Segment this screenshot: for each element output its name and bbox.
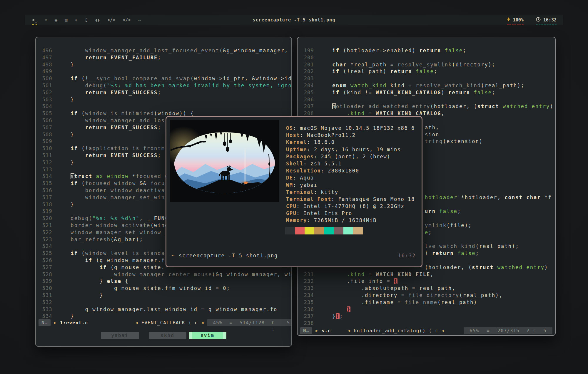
scroll-percent: 45%: [213, 319, 222, 326]
menu-bar: >_✉◉▤⇩♫◖◗</></>▭ screencapture -T 5 shot…: [25, 15, 563, 25]
mail-icon[interactable]: ✉: [45, 17, 47, 25]
code-line-500: 500if (!__sync_bool_compare_and_swap(win…: [36, 75, 291, 82]
tab-yabai[interactable]: yabai: [101, 332, 139, 339]
line-number: 515: [37, 180, 52, 187]
code-text: }: [56, 61, 74, 68]
line-number: 520: [37, 215, 52, 222]
code-text: window_manager_add_lost_focused_event(&g…: [56, 47, 288, 54]
code-text: g_window_manager.last_window_id = g_wind…: [56, 306, 277, 313]
info-label: Host: [286, 132, 300, 138]
info-value: : macOS Mojave 10.14.5 18F132 x86_6: [293, 125, 415, 131]
code-text: char *real_path = resolve_symlink(direct…: [318, 61, 495, 68]
buffer-name: <.c: [322, 328, 331, 333]
typed-command[interactable]: screencapture -T 5 shot1.png: [179, 253, 278, 259]
code-line-231: 231.kind = WATCH_KIND_FILE,: [298, 271, 555, 278]
tab-nvim[interactable]: nvim: [189, 332, 226, 339]
menu-bar-status: 100% 16:32: [507, 17, 557, 25]
info-line-cpu: CPU: Intel i7-4770HQ (8) @ 2.20GHz: [286, 203, 415, 210]
info-label: Shell: [286, 161, 303, 167]
info-value: : 2 days, 16 hours, 19 mins: [307, 147, 401, 152]
vim-mode-badge: N…: [39, 319, 51, 326]
cursor-position: 514/1128: [240, 319, 265, 326]
code-text: if (g_window_manager.f: [56, 257, 165, 264]
line-number: 507: [37, 124, 52, 131]
tab-skhd[interactable]: skhd: [149, 332, 186, 339]
line-number: 509: [37, 138, 52, 145]
code-text: }: [56, 159, 74, 166]
info-value: : Aqua: [293, 175, 314, 181]
code-text: window_manager_add_los: [56, 117, 165, 124]
line-number: 526: [37, 257, 52, 264]
line-number: 204: [299, 82, 314, 89]
code-icon[interactable]: </>: [107, 17, 115, 25]
terminal-icon[interactable]: >_: [32, 17, 37, 25]
code-text: g_mouse_state.ffm_window_id = 0;: [56, 285, 230, 292]
code-text: if (!real_path) return false;: [318, 68, 437, 75]
code-line-238: 238: [298, 320, 555, 327]
code-text: border_window_deactiva: [56, 187, 165, 194]
code-fragment-211: sion: [425, 131, 439, 138]
line-number: 532: [37, 299, 52, 306]
neofetch-popup-window[interactable]: OS: macOS Mojave 10.14.5 18F132 x86_6Hos…: [166, 116, 422, 267]
line-number: 206: [299, 96, 314, 103]
info-value: : Intel i7-4770HQ (8) @ 2.20GHz: [297, 203, 405, 209]
code-line-496: 496window_manager_add_lost_focused_event…: [36, 47, 291, 54]
line-number: 527: [37, 264, 52, 271]
code-text: if (hotloader->enabled) return false;: [318, 47, 467, 54]
line-number: 533: [37, 306, 52, 313]
info-line-packages: Packages: 245 (port), 2 (brew): [286, 153, 415, 160]
gamepad-icon[interactable]: ◖◗: [95, 17, 100, 25]
notes-icon[interactable]: ▤: [65, 17, 67, 25]
code-text: struct ax_window *focused_w: [56, 173, 168, 180]
column-number: 5: [543, 327, 547, 334]
code-line-531: 531}: [36, 292, 291, 299]
line-number: 530: [37, 285, 52, 292]
line-number: 200: [299, 54, 314, 61]
code-text: return EVENT_SUCCESS;: [56, 152, 161, 159]
line-label-icon: ℓ :: [272, 319, 280, 326]
code-text: debug("%s: %s %d\n", __FUNC: [56, 215, 168, 222]
laptop-icon[interactable]: ▭: [138, 17, 141, 25]
code-text: });: [318, 313, 343, 320]
battery-indicator[interactable]: 100%: [507, 17, 524, 25]
code-text: window_manager_set_window_: [56, 229, 165, 236]
code-line-237: 237});: [298, 313, 555, 320]
code-text: } else {: [56, 278, 129, 285]
line-number: 508: [37, 131, 52, 138]
context-function: hotloader_add_catalog(): [354, 328, 426, 333]
code-line-207: 207hotloader_add_watched_entry(hotloader…: [298, 103, 555, 110]
code-line-236: 236}: [298, 306, 555, 313]
code-icon-2[interactable]: </>: [123, 17, 131, 25]
code-fragment-220: hotloader *hotloader, const char *f: [425, 194, 552, 201]
music-icon[interactable]: ♫: [85, 17, 87, 25]
code-line-530: 530g_mouse_state.ffm_window_id = 0;: [36, 285, 291, 292]
code-text: return EVENT_FAILURE;: [56, 54, 161, 61]
code-line-201: 201char *real_path = resolve_symlink(dir…: [298, 61, 555, 68]
line-number: 524: [37, 243, 52, 250]
lines-icon: ≡: [487, 327, 490, 334]
code-fragment-227: lve_watch_kind(real_path);: [425, 243, 519, 250]
compass-icon[interactable]: ◉: [55, 17, 57, 25]
line-number: 511: [37, 152, 52, 159]
code-line-533: 533g_window_manager.last_window_id = g_w…: [36, 306, 291, 313]
line-number: 521: [37, 222, 52, 229]
buffer-name: 1:event.c: [60, 320, 88, 326]
line-number: 506: [37, 117, 52, 124]
line-number: 516: [37, 187, 52, 194]
download-icon[interactable]: ⇩: [75, 17, 77, 25]
angle-icon: ⟨: [429, 328, 432, 333]
battery-percent: 100%: [513, 17, 524, 23]
line-number: 531: [37, 292, 52, 299]
code-text: }: [56, 292, 103, 299]
code-text: return EVENT_SUCCESS;: [56, 124, 161, 131]
code-text: if (g_mouse_state.: [56, 264, 165, 271]
code-line-205: 205if (kind != WATCH_KIND_CATALOG) retur…: [298, 89, 555, 96]
line-label-icon: ℓ :: [527, 327, 536, 334]
info-line-shell: Shell: zsh 5.5.1: [286, 160, 415, 167]
line-number: 512: [37, 159, 52, 166]
palette-swatch-4: [324, 227, 334, 234]
clock-indicator[interactable]: 16:32: [536, 17, 557, 25]
line-number: 237: [299, 313, 314, 320]
code-fragment-224: ymlink(file);: [425, 222, 472, 229]
info-line-terminal-font: Terminal Font: Fantasque Sans Mono 18: [286, 196, 415, 203]
